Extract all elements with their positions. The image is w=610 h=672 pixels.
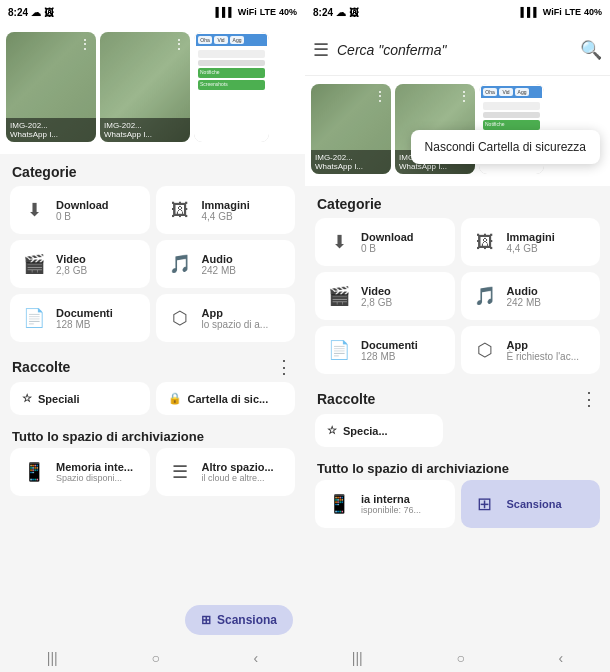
left-thumb-label-1: IMG-202...WhatsApp I... (6, 118, 96, 142)
left-thumb-3[interactable]: Oha Vid Agg Notifiche Screenshots (194, 32, 269, 142)
left-nav-back[interactable]: ‹ (253, 650, 258, 666)
right-cat-size-video: 2,8 GB (361, 297, 392, 308)
right-nav-menu[interactable]: ||| (352, 650, 363, 666)
documenti-icon: 📄 (20, 304, 48, 332)
right-phone-icon: 📱 (325, 490, 353, 518)
storage-internal-sub: Spazio disponi... (56, 473, 133, 483)
left-categories-title: Categorie (0, 154, 305, 186)
right-collection-specia-label: Specia... (343, 425, 388, 437)
left-nav-home[interactable]: ○ (151, 650, 159, 666)
storage-internal-name: Memoria inte... (56, 461, 133, 473)
storage-other-sub: il cloud e altre... (202, 473, 274, 483)
left-thumb-2[interactable]: ⋮ IMG-202...WhatsApp I... (100, 32, 190, 142)
cat-name-documenti: Documenti (56, 307, 113, 319)
left-scan-button[interactable]: ⊞ Scansiona (185, 605, 293, 635)
left-nav-menu[interactable]: ||| (47, 650, 58, 666)
tooltip-nascondi[interactable]: Nascondi Cartella di sicurezza (411, 130, 600, 164)
left-collection-speciali[interactable]: ☆ Speciali (10, 382, 150, 415)
right-cat-size-immagini: 4,4 GB (507, 243, 555, 254)
right-lte: LTE (565, 7, 581, 17)
right-mini-btn-1: Oha (483, 88, 497, 96)
right-wifi: WiFi (543, 7, 562, 17)
right-audio-icon: 🎵 (471, 282, 499, 310)
cat-size-app: lo spazio di a... (202, 319, 269, 330)
right-app-icon: ⬡ (471, 336, 499, 364)
right-scan-card[interactable]: ⊞ Scansiona (461, 480, 601, 528)
right-cat-name-download: Download (361, 231, 414, 243)
left-cat-app[interactable]: ⬡ App lo spazio di a... (156, 294, 296, 342)
right-collections-header: Raccolte ⋮ (305, 382, 610, 414)
left-cat-immagini[interactable]: 🖼 Immagini 4,4 GB (156, 186, 296, 234)
right-collections-menu-icon[interactable]: ⋮ (580, 388, 598, 410)
right-collections-title: Raccolte (317, 391, 375, 407)
right-storage-internal-name: ia interna (361, 493, 421, 505)
hamburger-icon[interactable]: ☰ (313, 39, 329, 61)
cat-size-audio: 242 MB (202, 265, 236, 276)
right-search-text[interactable]: Cerca "conferma" (337, 42, 572, 58)
right-all-storage-title: Tutto lo spazio di archiviazione (305, 455, 610, 480)
right-categories-grid: ⬇ Download 0 B 🖼 Immagini 4,4 GB 🎬 Video… (305, 218, 610, 382)
right-thumb-menu-2[interactable]: ⋮ (457, 88, 471, 104)
right-cat-app[interactable]: ⬡ App È richiesto l'ac... (461, 326, 601, 374)
search-icon[interactable]: 🔍 (580, 39, 602, 61)
right-cat-audio[interactable]: 🎵 Audio 242 MB (461, 272, 601, 320)
immagini-icon: 🖼 (166, 196, 194, 224)
right-search-header: ☰ Cerca "conferma" 🔍 (305, 24, 610, 76)
right-notification-icons: ☁ 🖼 (336, 7, 359, 18)
right-collection-specia[interactable]: ☆ Specia... (315, 414, 443, 447)
right-collections-row: ☆ Specia... (305, 414, 610, 455)
right-cat-video[interactable]: 🎬 Video 2,8 GB (315, 272, 455, 320)
thumb-menu-icon-2[interactable]: ⋮ (172, 36, 186, 52)
right-cat-name-audio: Audio (507, 285, 541, 297)
cat-size-video: 2,8 GB (56, 265, 87, 276)
mini-btn-2: Vid (214, 36, 228, 44)
star-icon: ☆ (22, 392, 32, 405)
left-cat-download[interactable]: ⬇ Download 0 B (10, 186, 150, 234)
left-cat-audio[interactable]: 🎵 Audio 242 MB (156, 240, 296, 288)
cat-size-documenti: 128 MB (56, 319, 113, 330)
audio-icon: 🎵 (166, 250, 194, 278)
right-storage-internal-sub: isponibile: 76... (361, 505, 421, 515)
tooltip-text: Nascondi Cartella di sicurezza (425, 140, 586, 154)
screenshot-content: Notifiche Screenshots (196, 46, 267, 94)
right-storage-internal[interactable]: 📱 ia interna isponibile: 76... (315, 480, 455, 528)
right-categories-title: Categorie (305, 186, 610, 218)
left-signal: ▌▌▌ (216, 7, 235, 17)
right-thumb-1[interactable]: ⋮ IMG-202...WhatsApp I... (311, 84, 391, 174)
video-icon: 🎬 (20, 250, 48, 278)
left-collections-header: Raccolte ⋮ (0, 350, 305, 382)
app-icon: ⬡ (166, 304, 194, 332)
cloud-icon: ☰ (166, 458, 194, 486)
left-status-bar: 8:24 ☁ 🖼 ▌▌▌ WiFi LTE 40% (0, 0, 305, 24)
left-collections-row: ☆ Speciali 🔒 Cartella di sic... (0, 382, 305, 423)
right-nav-home[interactable]: ○ (456, 650, 464, 666)
right-time: 8:24 (313, 7, 333, 18)
thumb-menu-icon-1[interactable]: ⋮ (78, 36, 92, 52)
left-collections-menu-icon[interactable]: ⋮ (275, 356, 293, 378)
right-scan-label: Scansiona (507, 498, 562, 510)
left-cat-video[interactable]: 🎬 Video 2,8 GB (10, 240, 150, 288)
right-cat-immagini[interactable]: 🖼 Immagini 4,4 GB (461, 218, 601, 266)
right-thumb-menu-1[interactable]: ⋮ (373, 88, 387, 104)
left-thumb-1[interactable]: ⋮ IMG-202...WhatsApp I... (6, 32, 96, 142)
right-cat-documenti[interactable]: 📄 Documenti 128 MB (315, 326, 455, 374)
left-all-storage-title: Tutto lo spazio di archiviazione (0, 423, 305, 448)
scan-icon: ⊞ (201, 613, 211, 627)
right-status-bar: 8:24 ☁ 🖼 ▌▌▌ WiFi LTE 40% (305, 0, 610, 24)
left-scan-label: Scansiona (217, 613, 277, 627)
left-storage-internal[interactable]: 📱 Memoria inte... Spazio disponi... (10, 448, 150, 496)
left-collection-cartella[interactable]: 🔒 Cartella di sic... (156, 382, 296, 415)
right-mini-btn-3: Agg (515, 88, 529, 96)
left-lte: LTE (260, 7, 276, 17)
right-download-icon: ⬇ (325, 228, 353, 256)
right-cat-download[interactable]: ⬇ Download 0 B (315, 218, 455, 266)
left-cat-documenti[interactable]: 📄 Documenti 128 MB (10, 294, 150, 342)
left-notification-icons: ☁ 🖼 (31, 7, 54, 18)
left-collections-title: Raccolte (12, 359, 70, 375)
right-cat-size-download: 0 B (361, 243, 414, 254)
left-storage-other[interactable]: ☰ Altro spazio... il cloud e altre... (156, 448, 296, 496)
left-screen: 8:24 ☁ 🖼 ▌▌▌ WiFi LTE 40% ⋮ IMG-202...Wh… (0, 0, 305, 672)
left-categories-grid: ⬇ Download 0 B 🖼 Immagini 4,4 GB 🎬 Video… (0, 186, 305, 350)
right-nav-back[interactable]: ‹ (558, 650, 563, 666)
storage-other-name: Altro spazio... (202, 461, 274, 473)
